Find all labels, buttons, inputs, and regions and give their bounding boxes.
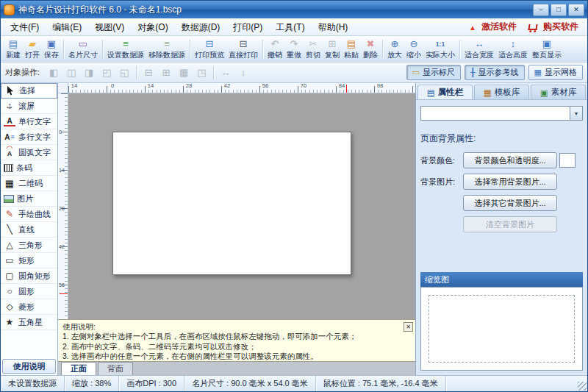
menu-file[interactable]: 文件(F) xyxy=(4,19,46,35)
properties-icon xyxy=(427,88,435,98)
remove-datasource-button[interactable]: 移除数据源 xyxy=(146,37,187,61)
equal-height-icon[interactable] xyxy=(158,65,174,80)
tool-star[interactable]: 五角星 xyxy=(1,315,57,330)
delete-button[interactable]: 删除 xyxy=(361,37,380,61)
menu-tools[interactable]: 工具(T) xyxy=(269,19,311,35)
tab-templates[interactable]: 模板库 xyxy=(474,85,529,99)
paste-button[interactable]: 粘贴 xyxy=(342,37,361,61)
panel-tab-bar: 属性栏 模板库 素材库 xyxy=(416,83,587,100)
tool-pan[interactable]: 滚屏 xyxy=(1,99,57,114)
zoom-in-button[interactable]: 放大 xyxy=(385,37,404,61)
cut-button[interactable]: 剪切 xyxy=(304,37,323,61)
activate-label: 激活软件 xyxy=(481,21,517,33)
tool-image[interactable]: 图片 xyxy=(1,191,57,207)
print-preview-button[interactable]: 打印预览 xyxy=(193,37,226,61)
maximize-icon[interactable]: □ xyxy=(551,4,567,16)
bg-image-common-button[interactable]: 选择常用背景图片... xyxy=(463,174,557,190)
tool-arc-text[interactable]: 圆弧文字 xyxy=(1,145,57,160)
usage-note-line: 2. 画布中的文字、条码、二维码等元素均可以双击修改； xyxy=(62,342,401,352)
tool-line[interactable]: 直线 xyxy=(1,222,57,238)
tool-barcode[interactable]: 条码 xyxy=(1,160,57,176)
activate-software-link[interactable]: 激活软件 xyxy=(463,21,523,33)
same-spacing-icon[interactable] xyxy=(193,65,209,80)
show-guides-toggle[interactable]: 显示参考线 xyxy=(465,65,525,80)
chevron-down-icon[interactable] xyxy=(570,107,582,120)
align-bottom-icon[interactable] xyxy=(116,65,132,80)
equal-width-icon[interactable] xyxy=(140,65,157,80)
design-canvas[interactable] xyxy=(68,93,415,319)
tab-properties[interactable]: 属性栏 xyxy=(417,85,473,99)
tool-freehand[interactable]: 手绘曲线 xyxy=(1,207,57,222)
bg-image-row: 背景图片: 选择常用背景图片... xyxy=(420,174,583,190)
menu-print[interactable]: 打印(P) xyxy=(226,19,269,35)
vruler-label: 14 xyxy=(59,168,65,173)
card-size-button[interactable]: 名片尺寸 xyxy=(66,37,100,61)
tool-circle[interactable]: 圆形 xyxy=(1,284,57,299)
page-tab-bar: 正面 背面 xyxy=(58,362,415,375)
align-top-icon[interactable] xyxy=(98,65,115,80)
minimize-icon[interactable]: – xyxy=(533,4,549,16)
redo-button[interactable]: 重做 xyxy=(284,37,304,61)
tool-single-line-text-label: 单行文字 xyxy=(18,116,51,127)
fit-height-button[interactable]: 适合高度 xyxy=(496,37,530,61)
show-rulers-toggle[interactable]: 显示标尺 xyxy=(406,65,461,80)
show-grid-toggle[interactable]: 显示网格 xyxy=(528,65,583,80)
resize-grip[interactable] xyxy=(578,382,587,391)
tool-single-line-text[interactable]: 单行文字 xyxy=(1,114,57,129)
buy-software-link[interactable]: 购买软件 xyxy=(523,21,584,33)
horizontal-ruler[interactable]: 14 0 14 28 42 56 70 84 98 xyxy=(68,83,415,93)
tool-multi-line-text[interactable]: 多行文字 xyxy=(1,129,57,145)
align-center-icon[interactable] xyxy=(63,65,79,80)
align-left-icon[interactable] xyxy=(46,65,62,80)
zoom-out-button[interactable]: 缩小 xyxy=(404,37,423,61)
object-select-dropdown[interactable] xyxy=(420,106,583,121)
open-button[interactable]: 打开 xyxy=(23,37,42,61)
note-close-icon[interactable]: ✕ xyxy=(404,322,413,332)
usage-help-button[interactable]: 使用说明 xyxy=(2,359,56,374)
tool-freehand-label: 手绘曲线 xyxy=(18,209,51,220)
close-icon[interactable]: ✕ xyxy=(568,4,584,16)
actual-size-button[interactable]: 实际大小 xyxy=(423,37,457,61)
redo-icon xyxy=(290,38,298,50)
distribute-v-icon[interactable] xyxy=(235,65,251,80)
bg-color-swatch[interactable] xyxy=(559,153,576,168)
business-card-page[interactable] xyxy=(112,132,351,275)
tool-triangle[interactable]: 三角形 xyxy=(1,238,57,253)
thumbnail-preview[interactable] xyxy=(420,287,583,371)
tool-qrcode[interactable]: 二维码 xyxy=(1,176,57,191)
menu-object[interactable]: 对象(O) xyxy=(131,19,174,35)
hruler-label: 28 xyxy=(186,83,192,88)
rectangle-icon xyxy=(4,255,15,266)
tool-select-label: 选择 xyxy=(19,85,35,96)
ruler-row: 14 0 14 28 42 56 70 84 98 xyxy=(58,83,415,93)
menu-view[interactable]: 视图(V) xyxy=(88,19,131,35)
menu-help[interactable]: 帮助(H) xyxy=(312,19,355,35)
menu-datasource[interactable]: 数据源(D) xyxy=(175,19,227,35)
fit-page-button[interactable]: 整页显示 xyxy=(530,37,564,61)
print-button[interactable]: 直接打印 xyxy=(226,37,260,61)
bg-image-other-button[interactable]: 选择其它背景图片... xyxy=(463,195,557,211)
image-icon xyxy=(4,195,14,203)
save-button[interactable]: 保存 xyxy=(42,37,61,61)
open-file-icon xyxy=(29,38,36,50)
tool-diamond[interactable]: 菱形 xyxy=(1,299,57,315)
set-datasource-button[interactable]: 设置数据源 xyxy=(105,37,146,61)
fit-width-button[interactable]: 适合宽度 xyxy=(462,37,496,61)
tab-back-side[interactable]: 背面 xyxy=(98,362,133,375)
vertical-ruler[interactable]: 0 14 28 42 56 xyxy=(58,93,68,319)
tab-front-side[interactable]: 正面 xyxy=(61,362,96,375)
new-button[interactable]: 新建 xyxy=(4,37,23,61)
tool-rounded-rectangle[interactable]: 圆角矩形 xyxy=(1,268,57,284)
distribute-h-icon[interactable] xyxy=(218,65,234,80)
equal-size-icon[interactable] xyxy=(176,65,192,80)
tab-properties-label: 属性栏 xyxy=(438,87,464,98)
bg-color-button[interactable]: 背景颜色和透明度... xyxy=(463,152,557,168)
menu-edit[interactable]: 编辑(E) xyxy=(46,19,88,35)
align-right-icon[interactable] xyxy=(81,65,97,80)
tool-select[interactable]: 选择 xyxy=(1,83,57,99)
copy-button[interactable]: 复制 xyxy=(323,37,342,61)
activate-flame-icon xyxy=(469,22,478,32)
tab-assets[interactable]: 素材库 xyxy=(531,85,586,99)
undo-button[interactable]: 撤销 xyxy=(265,37,284,61)
tool-rectangle[interactable]: 矩形 xyxy=(1,253,57,268)
